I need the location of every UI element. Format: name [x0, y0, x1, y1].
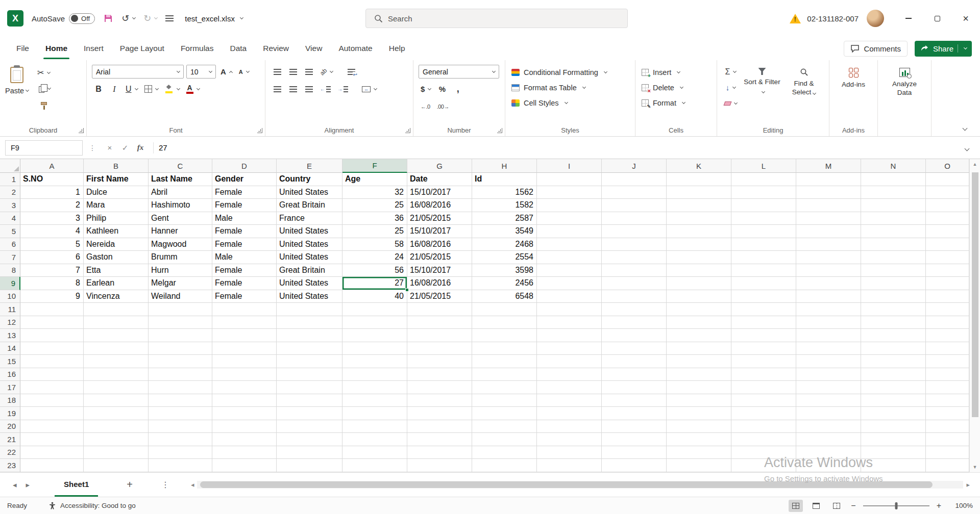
tab-formulas[interactable]: Formulas — [173, 37, 222, 60]
align-right-button[interactable] — [302, 82, 315, 96]
cell-N23[interactable] — [861, 459, 926, 472]
cell-D16[interactable] — [212, 368, 277, 381]
cell-J14[interactable] — [602, 342, 667, 355]
cell-H7[interactable]: 2554 — [472, 251, 537, 264]
cell-L15[interactable] — [731, 355, 796, 368]
cell-N22[interactable] — [861, 446, 926, 459]
tab-page-layout[interactable]: Page Layout — [112, 37, 173, 60]
cell-G12[interactable] — [407, 316, 472, 329]
cell-I20[interactable] — [537, 420, 602, 433]
row-header-2[interactable]: 2 — [0, 186, 20, 199]
cell-L12[interactable] — [731, 316, 796, 329]
column-header-g[interactable]: G — [407, 159, 472, 173]
cell-M2[interactable] — [796, 186, 861, 199]
cell-H17[interactable] — [472, 381, 537, 394]
font-name-select[interactable]: Arial — [92, 65, 184, 79]
cell-N15[interactable] — [861, 355, 926, 368]
cell-A3[interactable]: 2 — [20, 199, 84, 212]
cell-C16[interactable] — [149, 368, 212, 381]
cell-L16[interactable] — [731, 368, 796, 381]
cell-G5[interactable]: 15/10/2017 — [407, 225, 472, 238]
cell-B7[interactable]: Gaston — [84, 251, 149, 264]
cell-F1[interactable]: Age — [342, 173, 407, 186]
cell-E21[interactable] — [277, 433, 342, 446]
cell-I2[interactable] — [537, 186, 602, 199]
cell-H19[interactable] — [472, 407, 537, 420]
cell-D2[interactable]: Female — [212, 186, 277, 199]
cell-F7[interactable]: 24 — [342, 251, 407, 264]
cell-O1[interactable] — [926, 173, 969, 186]
status-mode[interactable]: Ready — [7, 502, 27, 509]
cell-C19[interactable] — [149, 407, 212, 420]
cell-I18[interactable] — [537, 394, 602, 407]
cell-O16[interactable] — [926, 368, 969, 381]
cell-N19[interactable] — [861, 407, 926, 420]
cell-H11[interactable] — [472, 303, 537, 316]
cell-L17[interactable] — [731, 381, 796, 394]
cell-D18[interactable] — [212, 394, 277, 407]
cell-A15[interactable] — [20, 355, 84, 368]
delete-cells-button[interactable]: × Delete — [641, 80, 712, 95]
cell-D22[interactable] — [212, 446, 277, 459]
autosave-toggle[interactable]: AutoSave Off — [32, 13, 95, 24]
cell-K9[interactable] — [667, 277, 731, 290]
cell-J15[interactable] — [602, 355, 667, 368]
cell-K12[interactable] — [667, 316, 731, 329]
horizontal-scroll-thumb[interactable] — [200, 481, 933, 488]
align-top-button[interactable] — [271, 65, 284, 79]
cell-G7[interactable]: 21/05/2015 — [407, 251, 472, 264]
cell-L23[interactable] — [731, 459, 796, 472]
cell-C8[interactable]: Hurn — [149, 264, 212, 277]
cell-E1[interactable]: Country — [277, 173, 342, 186]
cell-K13[interactable] — [667, 329, 731, 342]
horizontal-scroll-track[interactable] — [197, 481, 963, 489]
format-painter-button[interactable] — [35, 97, 53, 111]
cell-D1[interactable]: Gender — [212, 173, 277, 186]
cell-H20[interactable] — [472, 420, 537, 433]
align-bottom-button[interactable] — [302, 65, 315, 79]
cell-B21[interactable] — [84, 433, 149, 446]
maximize-button[interactable] — [923, 0, 951, 37]
cell-D14[interactable] — [212, 342, 277, 355]
cell-G20[interactable] — [407, 420, 472, 433]
title-dropdown-icon[interactable] — [240, 16, 243, 19]
autosave-pill[interactable]: Off — [69, 13, 95, 24]
cell-O2[interactable] — [926, 186, 969, 199]
cell-O10[interactable] — [926, 290, 969, 303]
cell-F4[interactable]: 36 — [342, 212, 407, 225]
cell-N7[interactable] — [861, 251, 926, 264]
sheet-nav-next-icon[interactable]: ▸ — [21, 480, 35, 490]
row-header-10[interactable]: 10 — [0, 290, 20, 303]
autosum-dropdown-icon[interactable] — [733, 69, 737, 72]
cell-K23[interactable] — [667, 459, 731, 472]
row-header-18[interactable]: 18 — [0, 394, 20, 407]
cell-L7[interactable] — [731, 251, 796, 264]
cell-O3[interactable] — [926, 199, 969, 212]
cell-O5[interactable] — [926, 225, 969, 238]
cell-J12[interactable] — [602, 316, 667, 329]
cell-J23[interactable] — [602, 459, 667, 472]
cell-M4[interactable] — [796, 212, 861, 225]
cell-O13[interactable] — [926, 329, 969, 342]
cell-L1[interactable] — [731, 173, 796, 186]
cell-H15[interactable] — [472, 355, 537, 368]
cell-H23[interactable] — [472, 459, 537, 472]
cell-L18[interactable] — [731, 394, 796, 407]
cell-G3[interactable]: 16/08/2016 — [407, 199, 472, 212]
cell-A2[interactable]: 1 — [20, 186, 84, 199]
cell-G19[interactable] — [407, 407, 472, 420]
cell-N1[interactable] — [861, 173, 926, 186]
column-header-l[interactable]: L — [731, 159, 796, 173]
cell-A12[interactable] — [20, 316, 84, 329]
cell-I10[interactable] — [537, 290, 602, 303]
cell-B3[interactable]: Mara — [84, 199, 149, 212]
scroll-down-icon[interactable]: ▼ — [970, 465, 980, 470]
cell-G22[interactable] — [407, 446, 472, 459]
cell-F5[interactable]: 25 — [342, 225, 407, 238]
cell-J7[interactable] — [602, 251, 667, 264]
cell-N20[interactable] — [861, 420, 926, 433]
document-title[interactable]: test_excel.xlsx — [185, 14, 243, 23]
cell-B10[interactable]: Vincenza — [84, 290, 149, 303]
copy-dropdown-icon[interactable] — [47, 86, 51, 89]
cell-F21[interactable] — [342, 433, 407, 446]
